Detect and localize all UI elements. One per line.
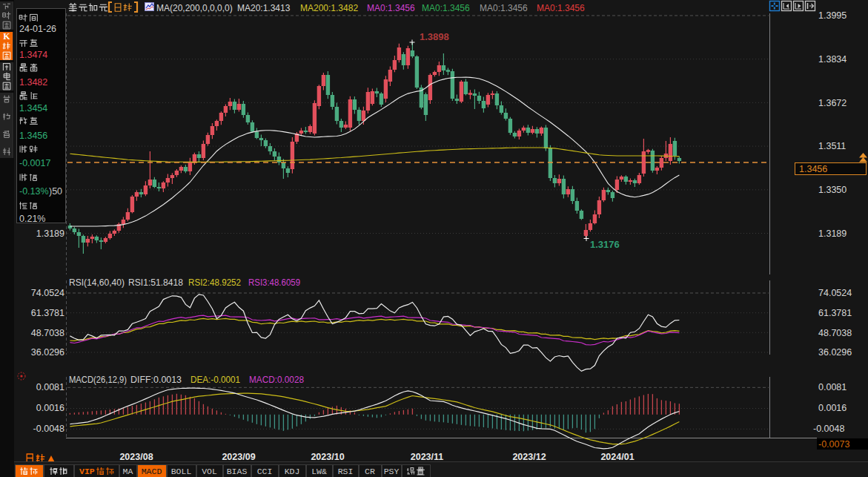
svg-text:VOL: VOL bbox=[202, 467, 217, 476]
svg-text:BOLL: BOLL bbox=[171, 467, 192, 476]
svg-text:CR: CR bbox=[365, 467, 375, 476]
svg-text:BIAS: BIAS bbox=[227, 467, 248, 476]
svg-text:PSY: PSY bbox=[384, 467, 400, 476]
svg-text:RSI: RSI bbox=[338, 467, 354, 476]
svg-text:MA: MA bbox=[123, 467, 133, 476]
svg-text:VIP: VIP bbox=[79, 467, 95, 476]
svg-text:CCI: CCI bbox=[257, 467, 273, 476]
svg-text:KDJ: KDJ bbox=[285, 467, 300, 476]
svg-text:MACD: MACD bbox=[142, 467, 162, 476]
svg-text:LW&: LW& bbox=[311, 467, 327, 476]
